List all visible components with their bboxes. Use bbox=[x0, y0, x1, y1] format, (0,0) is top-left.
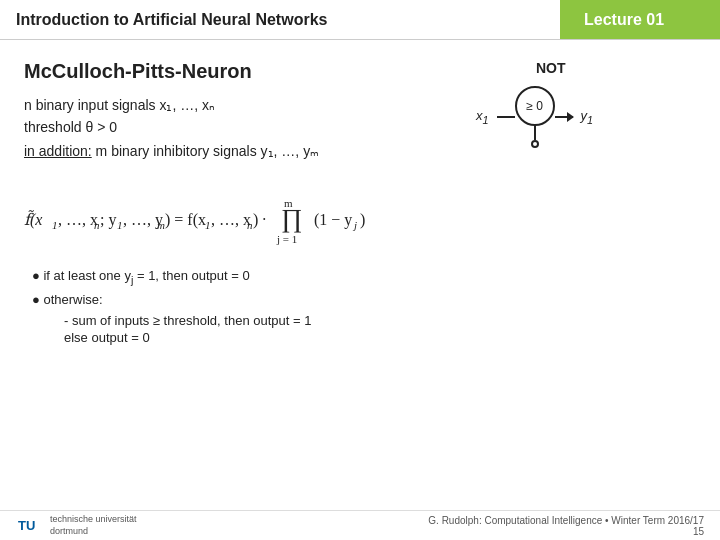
neuron-threshold: ≥ 0 bbox=[526, 99, 543, 113]
svg-text:j = 1: j = 1 bbox=[276, 233, 297, 245]
tu-logo-icon: TU bbox=[16, 512, 44, 540]
bullet-2: ● otherwise: bbox=[32, 292, 696, 307]
not-gate-diagram: x1 ≥ 0 y1 bbox=[476, 86, 593, 152]
threshold-text: threshold θ > 0 bbox=[24, 119, 456, 135]
svg-text:, …, x: , …, x bbox=[58, 211, 98, 228]
footer-citation: G. Rudolph: Computational Intelligence •… bbox=[428, 515, 704, 537]
main-content: McCulloch-Pitts-Neuron n binary input si… bbox=[0, 40, 720, 357]
vertical-connection bbox=[534, 126, 536, 140]
svg-text:TU: TU bbox=[18, 518, 35, 533]
header-title: Introduction to Artificial Neural Networ… bbox=[0, 0, 560, 39]
bullet-list: ● if at least one yj = 1, then output = … bbox=[32, 268, 696, 345]
inhibitory-text: in addition: m binary inhibitory signals… bbox=[24, 143, 456, 159]
section-title: McCulloch-Pitts-Neuron bbox=[24, 60, 456, 83]
right-column: NOT x1 ≥ 0 bbox=[476, 60, 696, 152]
sub-bullet-1: - sum of inputs ≥ threshold, then output… bbox=[64, 313, 696, 328]
svg-text:f̃(x: f̃(x bbox=[24, 210, 42, 229]
citation-text: G. Rudolph: Computational Intelligence •… bbox=[428, 515, 704, 526]
svg-text:(1 − y: (1 − y bbox=[314, 211, 352, 229]
svg-text:m: m bbox=[157, 219, 165, 231]
svg-text:1: 1 bbox=[117, 219, 123, 231]
in-addition-label: in addition: bbox=[24, 143, 92, 159]
uni-line2: dortmund bbox=[50, 526, 137, 538]
formula-area: f̃(x 1 , …, x n ; y 1 , …, y m ) = f(x 1… bbox=[24, 187, 696, 254]
page-number: 15 bbox=[693, 526, 704, 537]
svg-text:): ) bbox=[360, 211, 365, 229]
page-footer: TU technische universität dortmund G. Ru… bbox=[0, 510, 720, 540]
svg-text:∏: ∏ bbox=[281, 204, 302, 233]
sub-bullet-2: else output = 0 bbox=[64, 330, 696, 345]
university-name: technische universität dortmund bbox=[50, 514, 137, 537]
page-header: Introduction to Artificial Neural Networ… bbox=[0, 0, 720, 40]
x1-label: x1 bbox=[476, 108, 489, 126]
output-arrow bbox=[555, 116, 573, 118]
svg-text:) = f(x: ) = f(x bbox=[165, 211, 206, 229]
gate-row: x1 ≥ 0 y1 bbox=[476, 86, 593, 148]
left-column: McCulloch-Pitts-Neuron n binary input si… bbox=[24, 60, 456, 177]
not-label: NOT bbox=[536, 60, 566, 76]
inhibitory-description: m binary inhibitory signals y₁, …, yₘ bbox=[96, 143, 320, 159]
bullet-2-text: ● otherwise: bbox=[32, 292, 103, 307]
input-arrow bbox=[497, 116, 515, 118]
content-columns: McCulloch-Pitts-Neuron n binary input si… bbox=[24, 60, 696, 177]
inhibitory-dot bbox=[531, 140, 539, 148]
svg-text:, …, x: , …, x bbox=[211, 211, 251, 228]
footer-logo: TU technische universität dortmund bbox=[16, 512, 137, 540]
svg-text:; y: ; y bbox=[100, 211, 116, 229]
neuron-circle: ≥ 0 bbox=[515, 86, 555, 126]
svg-text:j: j bbox=[352, 219, 357, 231]
sub-bullet-list: - sum of inputs ≥ threshold, then output… bbox=[64, 313, 696, 345]
svg-text:) ·: ) · bbox=[253, 211, 266, 229]
uni-line1: technische universität bbox=[50, 514, 137, 526]
neuron-wrapper: ≥ 0 bbox=[515, 86, 555, 148]
input-signals-text: n binary input signals x₁, …, xₙ bbox=[24, 97, 456, 113]
svg-text:1: 1 bbox=[205, 219, 211, 231]
svg-text:1: 1 bbox=[52, 219, 58, 231]
bullet-1: ● if at least one yj = 1, then output = … bbox=[32, 268, 696, 286]
bullet-1-text: ● if at least one yj = 1, then output = … bbox=[32, 268, 250, 286]
header-lecture: Lecture 01 bbox=[560, 0, 720, 39]
formula-svg: f̃(x 1 , …, x n ; y 1 , …, y m ) = f(x 1… bbox=[24, 193, 504, 248]
y1-label: y1 bbox=[581, 108, 594, 126]
